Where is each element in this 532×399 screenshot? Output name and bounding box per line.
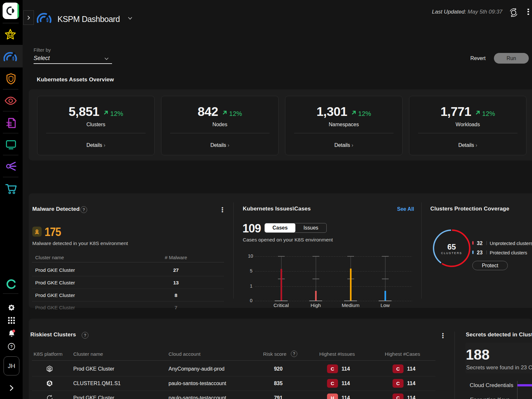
svg-text:CLUSTERS: CLUSTERS (441, 251, 462, 255)
svg-text:?: ? (10, 344, 13, 349)
svg-text:K: K (48, 382, 50, 385)
svg-text:65: 65 (447, 242, 456, 251)
